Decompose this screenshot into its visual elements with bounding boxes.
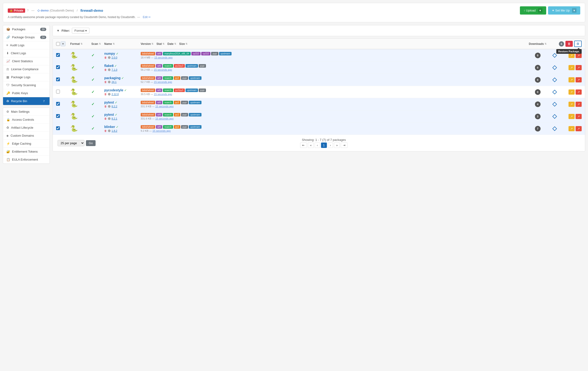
package-age-link[interactable]: 15 seconds ago <box>154 68 172 71</box>
package-groups-badge: 24 <box>40 36 46 39</box>
sidebar-item-packages[interactable]: 📦 Packages 39 <box>3 25 50 33</box>
go-button[interactable]: Go <box>86 140 95 146</box>
bulk-delete-button[interactable]: 🗑 <box>566 41 573 47</box>
name-sort-icon[interactable]: ⇅ <box>113 42 115 45</box>
version-link[interactable]: 1.8.2 <box>112 129 117 132</box>
package-age-link[interactable]: 15 seconds ago <box>155 105 174 108</box>
sidebar-item-package-groups[interactable]: 🔗 Package Groups 24 <box>3 33 50 41</box>
format-filter-button[interactable]: Format ▾ <box>72 28 89 33</box>
package-action-primary-button[interactable]: ↗ <box>576 114 582 119</box>
select-dropdown-button[interactable]: ▾ <box>61 41 65 46</box>
downloads-sort-icon[interactable]: ⇅ <box>545 42 546 45</box>
sidebar-item-main-settings[interactable]: ⚙ Main Settings <box>3 108 50 116</box>
package-name-link[interactable]: flake8 <box>104 64 114 68</box>
next-button[interactable]: › <box>328 143 333 148</box>
org-link[interactable]: ◇ demo (Cloudsmith Demo) <box>37 9 74 12</box>
recycle-bin-icon: ♻ <box>6 99 9 103</box>
sidebar-item-eula-enforcement[interactable]: 📋 EULA Enforcement <box>3 156 50 163</box>
package-action-secondary-button[interactable]: ↗ <box>568 65 575 70</box>
version-link[interactable]: 8.2.2 <box>112 105 117 108</box>
package-age-link[interactable]: 15 seconds ago <box>154 56 173 59</box>
sidebar-item-license-compliance[interactable]: ⚖ License Compliance <box>3 65 50 73</box>
row-checkbox[interactable] <box>56 126 60 130</box>
edit-link[interactable]: Edit <box>143 15 148 19</box>
package-action-primary-button[interactable]: ↗ <box>576 102 582 107</box>
version-link[interactable]: 7.1.0 <box>112 68 117 71</box>
version-link[interactable]: 2.0.0 <box>112 56 117 59</box>
package-action-secondary-button[interactable]: ↗ <box>568 77 575 82</box>
version-link[interactable]: 8.2.1 <box>112 117 117 120</box>
package-action-primary-button[interactable]: ↗ <box>576 65 582 70</box>
upload-button[interactable]: ↑ Upload ▾ <box>520 6 546 15</box>
sidebar-item-client-logs[interactable]: ⬇ Client Logs <box>3 49 50 57</box>
sidebar-item-security-scanning[interactable]: 🛡 Security Scanning <box>3 81 50 89</box>
row-downloads-cell: 7 <box>529 126 546 131</box>
package-age-link[interactable]: 15 seconds ago <box>155 117 174 120</box>
scan-ok-icon: ✓ <box>91 78 94 82</box>
stat-sort-icon[interactable]: ⇅ <box>162 42 164 45</box>
repo-name[interactable]: firewall-demo <box>80 9 103 12</box>
package-age-link[interactable]: 15 seconds ago <box>154 93 172 95</box>
package-name-link[interactable]: blinker <box>104 125 115 129</box>
sidebar-item-recycle-bin[interactable]: ♻ Recycle Bin 7 <box>3 97 50 105</box>
select-all-checkbox[interactable] <box>56 42 60 46</box>
sidebar-item-audit-logs[interactable]: ≡ Audit Logs <box>3 41 50 49</box>
sidebar-item-edge-caching[interactable]: ⚡ Edge Caching <box>3 140 50 148</box>
last-page-button[interactable]: ⇥ <box>341 143 347 148</box>
next-next-button[interactable]: » <box>334 143 340 148</box>
sidebar-item-access-controls[interactable]: 🔒 Access Controls <box>3 116 50 124</box>
version-sort-icon[interactable]: ⇅ <box>151 42 153 45</box>
package-action-secondary-button[interactable]: ↗ <box>568 89 575 95</box>
row-format-cell: 🐍 <box>70 52 91 59</box>
setup-caret[interactable]: ▾ <box>572 8 577 13</box>
package-name-link[interactable]: numpy <box>104 52 115 55</box>
package-action-primary-button[interactable]: ↗ <box>576 77 582 82</box>
package-name-link[interactable]: pytest <box>104 113 114 117</box>
package-name-link[interactable]: pycodestyle <box>104 88 123 92</box>
help-icon[interactable]: ? <box>27 9 29 12</box>
package-name-link[interactable]: pytest <box>104 100 114 104</box>
row-checkbox[interactable] <box>56 77 60 81</box>
bulk-restore-button[interactable]: ♻ <box>574 41 582 47</box>
package-tag: noarch <box>163 113 173 117</box>
setup-button[interactable]: ✦ Set Me Up ▾ <box>548 6 580 15</box>
row-tags-cell: bdist/wheelwhlnoarchpy3pypiupstream9.2 K… <box>141 125 529 132</box>
row-scan-cell: ✓ <box>91 90 104 94</box>
date-sort-icon[interactable]: ⇅ <box>174 42 176 45</box>
row-check-cell <box>56 90 70 94</box>
scan-ok-icon: ✓ <box>91 127 94 131</box>
row-checkbox[interactable] <box>56 114 60 118</box>
row-checkbox[interactable] <box>56 90 60 94</box>
prev-button[interactable]: ‹ <box>315 143 320 148</box>
package-action-secondary-button[interactable]: ↗ <box>568 126 575 131</box>
sidebar-item-package-logs[interactable]: ▦ Package Logs <box>3 73 50 81</box>
sidebar-item-client-statistics[interactable]: 📈 Client Statistics <box>3 57 50 65</box>
first-page-button[interactable]: ⇤ <box>300 143 307 148</box>
version-link[interactable]: 24.1 <box>112 81 116 83</box>
col-format-header: Format ⇅ <box>70 42 91 46</box>
prev-prev-button[interactable]: « <box>308 143 314 148</box>
row-checkbox[interactable] <box>56 53 60 57</box>
package-action-secondary-button[interactable]: ↗ <box>568 114 575 119</box>
sidebar-item-artifact-lifecycle[interactable]: ♻ Artifact Lifecycle <box>3 124 50 132</box>
row-checkbox[interactable] <box>56 65 60 69</box>
scan-sort-icon[interactable]: ⇅ <box>99 42 101 45</box>
upload-caret[interactable]: ▾ <box>538 8 542 13</box>
package-name-link[interactable]: packaging <box>104 76 120 80</box>
sidebar-item-custom-domains[interactable]: ◈ Custom Domains <box>3 132 50 140</box>
package-age-link[interactable]: 15 seconds ago <box>152 129 171 132</box>
package-action-primary-button[interactable]: ↗ <box>576 126 582 131</box>
row-checkbox[interactable] <box>56 102 60 106</box>
package-action-secondary-button[interactable]: ↗ <box>568 102 575 107</box>
per-page-select[interactable]: 25 per page 50 per page 100 per page <box>58 140 84 146</box>
sidebar-item-entitlement-tokens[interactable]: 🔐 Entitlement Tokens <box>3 148 50 156</box>
sidebar-item-public-keys[interactable]: 🔑 Public Keys <box>3 89 50 97</box>
package-age-link[interactable]: 15 seconds ago <box>154 81 172 83</box>
format-sort-icon[interactable]: ⇅ <box>81 42 83 45</box>
version-link[interactable]: 2.12.0 <box>112 93 119 95</box>
page-1-button[interactable]: 1 <box>321 143 327 148</box>
size-sort-icon[interactable]: ⇅ <box>186 42 187 45</box>
row-check-cell <box>56 65 70 70</box>
package-size-date: 52.7 KB — 15 seconds ago <box>141 81 529 83</box>
package-action-primary-button[interactable]: ↗ <box>576 89 582 95</box>
